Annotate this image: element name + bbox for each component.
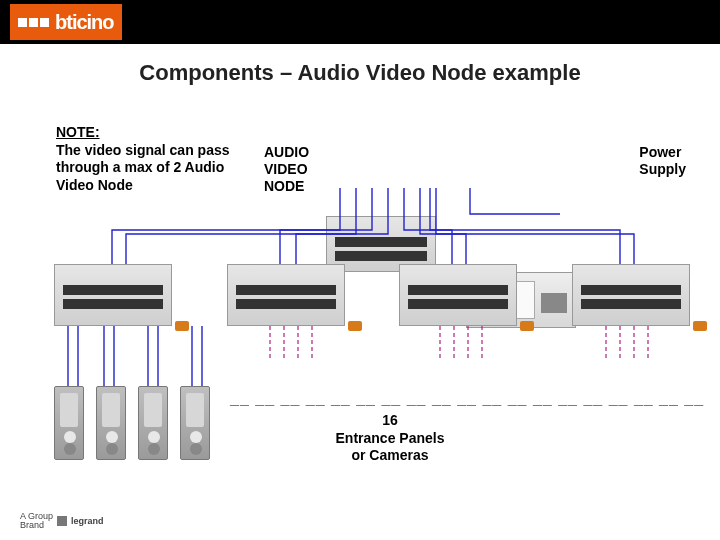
footer-brand: A Group Brand legrand <box>20 512 104 530</box>
connector-icon <box>693 321 707 331</box>
placeholder-count: 16 <box>300 412 480 430</box>
brand-logo: bticino <box>10 4 122 40</box>
entrance-panel-row <box>54 386 210 460</box>
logo-square-icon <box>40 18 49 27</box>
connector-icon <box>520 321 534 331</box>
power-supply-label: Power Supply <box>639 144 686 178</box>
entrance-panel <box>180 386 210 460</box>
audio-video-node-label: AUDIO VIDEO NODE <box>264 144 309 194</box>
entrance-panel <box>96 386 126 460</box>
legrand-icon <box>57 516 67 526</box>
placeholder-dashes: __ __ __ __ __ __ __ __ __ __ __ __ __ _… <box>230 390 704 408</box>
placeholder-caption: 16 Entrance Panels or Cameras <box>300 412 480 465</box>
brand-text: bticino <box>55 11 114 34</box>
connector-icon <box>348 321 362 331</box>
page-title: Components – Audio Video Node example <box>0 60 720 86</box>
av-node-1 <box>54 264 172 326</box>
mid-node-row <box>54 264 690 326</box>
note-body: The video signal can pass through a max … <box>56 142 230 193</box>
placeholder-text: Entrance Panels or Cameras <box>300 430 480 465</box>
footer-legrand: legrand <box>71 516 104 526</box>
logo-square-icon <box>18 18 27 27</box>
av-node-2 <box>227 264 345 326</box>
footer-line2: Brand <box>20 521 53 530</box>
logo-square-icon <box>29 18 38 27</box>
connector-icon <box>175 321 189 331</box>
entrance-panel <box>138 386 168 460</box>
entrance-panel <box>54 386 84 460</box>
header-bar: bticino <box>0 0 720 44</box>
av-node-3 <box>399 264 517 326</box>
note-block: NOTE: The video signal can pass through … <box>56 124 256 194</box>
av-node-4 <box>572 264 690 326</box>
note-heading: NOTE: <box>56 124 256 142</box>
